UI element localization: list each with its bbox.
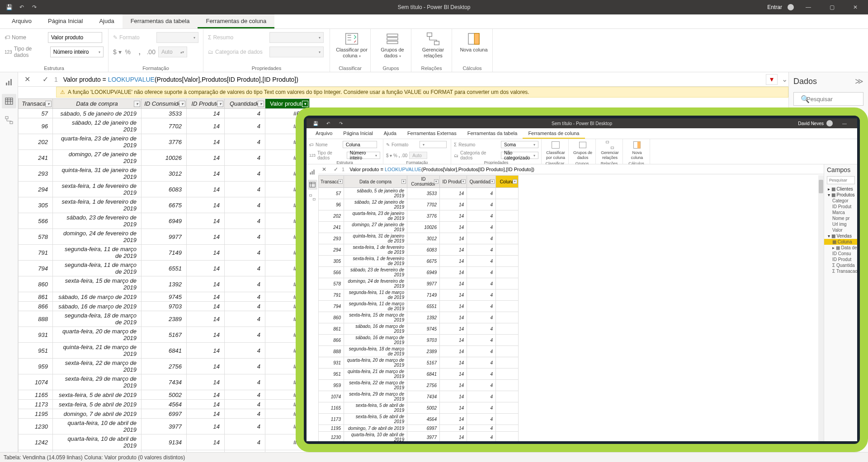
sort-button[interactable]: Classificar por coluna ▾ — [335, 32, 369, 59]
formula-input[interactable]: 1 Valor produto = LOOKUPVALUE(Produtos[V… — [54, 76, 766, 83]
table-row[interactable]: 566sábado, 23 de fevereiro de 2019694914… — [19, 213, 310, 229]
table-row[interactable]: 1074sexta-feira, 29 de março de 20197434… — [19, 374, 310, 390]
name-label: 🏷 Nome — [5, 34, 45, 41]
close-icon[interactable]: ✕ — [846, 0, 864, 14]
table-row[interactable]: 959sexta-feira, 22 de março de 201927561… — [19, 359, 310, 374]
save-icon[interactable]: 💾 — [4, 2, 14, 13]
avatar-icon[interactable] — [788, 4, 794, 10]
col-quantidade[interactable]: Quantidade▾ — [225, 99, 265, 109]
svg-rect-7 — [474, 33, 479, 44]
table-row[interactable]: 1165sexta-feira, 5 de abril de 201950021… — [19, 390, 310, 400]
table-row[interactable]: 1195domingo, 7 de abril de 20196997144#E… — [19, 409, 310, 419]
format-symbols[interactable]: $ ▾ % , .00 — [113, 48, 156, 56]
o-report-view — [307, 167, 317, 177]
table-row[interactable]: 794segunda-feira, 11 de março de 2019655… — [19, 261, 310, 276]
overlay-screenshot: 💾↶↷ Sem título - Power BI Desktop David … — [296, 107, 868, 452]
relations-button[interactable]: Gerenciar relações — [416, 32, 450, 59]
report-view-button[interactable] — [2, 75, 16, 89]
formula-error-dropdown[interactable]: ▾ — [766, 74, 778, 85]
o-tab-ext: Ferramentas Externas — [402, 128, 462, 139]
table-row[interactable]: 202quarta-feira, 23 de janeiro de 201937… — [19, 134, 310, 150]
col-idproduto[interactable]: ID Produto▾ — [187, 99, 225, 109]
o-table-row: 791segunda-feira, 11 de março de 2019714… — [319, 289, 519, 301]
summary-select[interactable]: ▾ — [269, 32, 324, 43]
table-row[interactable]: 888segunda-feira, 18 de março de 2019238… — [19, 311, 310, 327]
table-row[interactable]: 57sábado, 5 de janeiro de 20193533144#ER — [19, 109, 310, 118]
table-row[interactable]: 241domingo, 27 de janeiro de 20191002614… — [19, 150, 310, 166]
tab-home[interactable]: Página Inicial — [40, 14, 91, 28]
table-row[interactable]: 866sábado, 16 de março de 20199703144#ER — [19, 302, 310, 311]
o-avatar-icon — [826, 120, 833, 126]
formula-cancel-icon[interactable]: ✕ — [18, 72, 36, 87]
table-row[interactable]: 931quarta-feira, 20 de março de 20195167… — [19, 327, 310, 343]
o-undo-icon: ↶ — [323, 118, 334, 129]
group-format: Formatação — [113, 65, 198, 71]
name-input[interactable] — [48, 32, 102, 43]
svg-rect-5 — [434, 41, 439, 45]
svg-rect-9 — [8, 81, 9, 85]
svg-rect-14 — [552, 142, 560, 149]
col-transacao[interactable]: Transacao▾ — [19, 99, 53, 109]
o-table-row: 888segunda-feira, 18 de março de 2019238… — [319, 346, 519, 357]
redo-icon[interactable]: ↷ — [29, 2, 40, 13]
decimals-select[interactable]: Auto▴▾ — [158, 47, 187, 57]
o-table-row: 1165sexta-feira, 5 de abril de 201950021… — [319, 402, 519, 414]
table-row[interactable]: 861sábado, 16 de março de 20199745144#ER — [19, 292, 310, 302]
table-row[interactable]: 294sexta-feira, 1 de fevereiro de 201960… — [19, 182, 310, 197]
col-idconsumidor[interactable]: ID Consumidor▾ — [142, 99, 187, 109]
newcol-button[interactable]: Nova coluna — [457, 32, 491, 53]
data-view-button[interactable] — [2, 94, 16, 108]
table-row[interactable]: 1230quarta-feira, 10 de abril de 2019397… — [19, 419, 310, 434]
tab-help[interactable]: Ajuda — [91, 14, 122, 28]
table-row[interactable]: 305sexta-feira, 1 de fevereiro de 201966… — [19, 197, 310, 213]
tab-file[interactable]: Arquivo — [4, 14, 40, 28]
o-table-row: 951quinta-feira, 21 de março de 20196841… — [319, 369, 519, 380]
o-tab-home: Página Inicial — [338, 128, 378, 139]
filter-icon[interactable]: ▾ — [179, 101, 185, 107]
svg-rect-10 — [10, 79, 12, 85]
undo-icon[interactable]: ↶ — [16, 2, 27, 13]
o-redo-icon: ↷ — [335, 118, 346, 129]
filter-icon[interactable]: ▾ — [302, 101, 308, 107]
o-search-input — [827, 176, 855, 184]
formula-commit-icon[interactable]: ✓ — [36, 72, 54, 87]
filter-icon[interactable]: ▾ — [134, 101, 140, 107]
signin-link[interactable]: Entrar — [767, 4, 782, 10]
svg-rect-15 — [580, 142, 586, 148]
col-data[interactable]: Data de compra▾ — [53, 99, 142, 109]
o-tab-help: Ajuda — [378, 128, 402, 139]
o-table-row: 1230quarta-feira, 10 de abril de 2019397… — [319, 432, 519, 442]
o-table-row: 1195domingo, 7 de abril de 20196997144 — [319, 425, 519, 432]
formula-expand-icon[interactable]: ⌄ — [780, 75, 788, 84]
svg-rect-11 — [5, 98, 13, 104]
table-row[interactable]: 860sexta-feira, 15 de março de 201913921… — [19, 276, 310, 292]
datatype-select[interactable]: Número inteiro▾ — [50, 47, 104, 57]
format-select[interactable]: ▾ — [156, 32, 198, 43]
filter-icon[interactable]: ▾ — [258, 101, 264, 107]
formula-bar: ✕ ✓ 1 Valor produto = LOOKUPVALUE(Produt… — [18, 72, 788, 87]
table-row[interactable]: 1242quarta-feira, 10 de abril de 2019913… — [19, 434, 310, 450]
collapse-pane-icon[interactable]: ≫ — [855, 76, 863, 86]
filter-icon[interactable]: ▾ — [217, 101, 223, 107]
table-row[interactable]: 951quinta-feira, 21 de março de 20196841… — [19, 343, 310, 359]
summary-label: Σ Resumo — [208, 34, 267, 41]
tab-column-tools[interactable]: Ferramentas de coluna — [198, 14, 274, 28]
table-row[interactable]: 791segunda-feira, 11 de março de 2019714… — [19, 245, 310, 261]
tab-table-tools[interactable]: Ferramentas da tabela — [123, 14, 198, 28]
table-row[interactable]: 1173sexta-feira, 5 de abril de 201945641… — [19, 400, 310, 409]
groups-button[interactable]: Grupos de dados ▾ — [375, 32, 410, 59]
minimize-icon[interactable]: — — [799, 0, 817, 14]
table-row[interactable]: 293quinta-feira, 31 de janeiro de 201930… — [19, 166, 310, 182]
svg-rect-2 — [387, 37, 398, 40]
svg-rect-21 — [311, 171, 312, 175]
category-select[interactable]: ▾ — [269, 47, 324, 57]
filter-icon[interactable]: ▾ — [45, 101, 52, 107]
maximize-icon[interactable]: ▢ — [823, 0, 841, 14]
svg-rect-13 — [10, 121, 13, 124]
group-props: Propriedades — [208, 65, 325, 71]
model-view-button[interactable] — [2, 113, 16, 127]
table-row[interactable]: 96sábado, 12 de janeiro de 20197702144#E… — [19, 118, 310, 134]
col-valorproduto[interactable]: Valor produto▾ — [265, 99, 310, 109]
table-row[interactable]: 578domingo, 24 de fevereiro de 201999771… — [19, 229, 310, 245]
o-table-row: 866sábado, 16 de março de 20199703144 — [319, 335, 519, 346]
